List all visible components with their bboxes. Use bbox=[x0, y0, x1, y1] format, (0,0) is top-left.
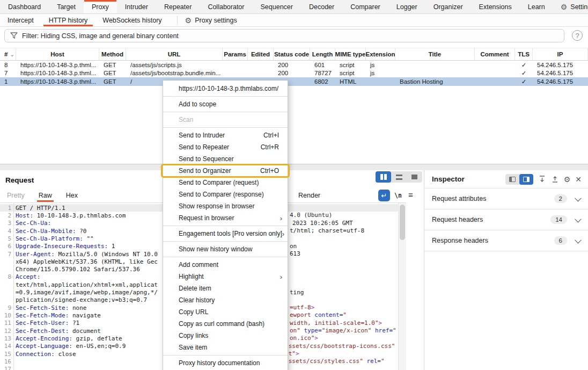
menu-item-label: Save item bbox=[179, 344, 207, 351]
column-header-mime-type[interactable]: MIME type bbox=[335, 48, 366, 60]
menu-item-send-to-intruder[interactable]: Send to IntruderCtrl+I bbox=[163, 129, 288, 141]
top-tab-sequencer[interactable]: Sequencer bbox=[252, 0, 300, 13]
menu-item-copy-as-curl-command-bash[interactable]: Copy as curl command (bash) bbox=[163, 318, 288, 330]
line-number: 9 bbox=[0, 304, 11, 311]
submenu-arrow-icon: › bbox=[280, 273, 282, 281]
request-tab-hex[interactable]: Hex bbox=[59, 189, 85, 202]
top-tab-organizer[interactable]: Organizer bbox=[425, 0, 471, 13]
help-icon[interactable]: ? bbox=[572, 30, 583, 41]
sub-tab-intercept[interactable]: Intercept bbox=[0, 14, 41, 26]
layout-single-button[interactable] bbox=[407, 171, 422, 183]
column-header-url[interactable]: URL bbox=[126, 48, 223, 60]
menu-item-send-to-organizer[interactable]: Send to OrganizerCtrl+O bbox=[163, 165, 288, 177]
inspector-section-response-headers[interactable]: Response headers6 bbox=[424, 230, 588, 251]
layout-columns-button[interactable] bbox=[376, 171, 391, 183]
menu-item-send-to-repeater[interactable]: Send to RepeaterCtrl+R bbox=[163, 141, 288, 153]
menu-item-show-response-in-browser[interactable]: Show response in browser bbox=[163, 200, 288, 212]
show-newlines-button[interactable]: \n bbox=[394, 192, 402, 199]
response-tab-render[interactable]: Render bbox=[291, 189, 327, 202]
top-tab-target[interactable]: Target bbox=[49, 0, 84, 13]
top-tab-collaborator[interactable]: Collaborator bbox=[200, 0, 252, 13]
menu-item-proxy-history-documentation[interactable]: Proxy history documentation bbox=[163, 357, 288, 369]
scrollbar-thumb[interactable] bbox=[400, 205, 405, 240]
column-header-title[interactable]: Title bbox=[395, 48, 475, 60]
column-header-params[interactable]: Params bbox=[223, 48, 248, 60]
column-header-comment[interactable]: Comment bbox=[475, 48, 515, 60]
column-header-ip[interactable]: IP bbox=[533, 48, 588, 60]
section-label: Response headers bbox=[432, 237, 488, 244]
sort-chevron-icon: ⌄ bbox=[10, 52, 14, 57]
gutter-divider bbox=[13, 203, 14, 370]
column-header-length[interactable]: Length bbox=[310, 48, 335, 60]
top-tab-comparer[interactable]: Comparer bbox=[342, 0, 388, 13]
horizontal-splitter[interactable] bbox=[0, 164, 588, 170]
editor-menu-icon[interactable]: ≡ bbox=[408, 190, 413, 199]
menu-item-save-item[interactable]: Save item bbox=[163, 342, 288, 353]
expand-all-icon[interactable] bbox=[538, 175, 546, 183]
menu-item-scan[interactable]: Scan bbox=[163, 114, 288, 126]
column-header-status-code[interactable]: Status code bbox=[274, 48, 310, 60]
top-tab-logger[interactable]: Logger bbox=[388, 0, 425, 13]
request-tab-raw[interactable]: Raw bbox=[32, 189, 59, 202]
line-number: 3 bbox=[0, 220, 11, 227]
word-wrap-button[interactable]: ↵ bbox=[378, 190, 390, 201]
top-tab-learn[interactable]: Learn bbox=[520, 0, 553, 13]
sub-tab-websockets-history[interactable]: WebSockets history bbox=[95, 14, 169, 26]
line-text: Accept-Language: en-US,en;q=0.9 bbox=[11, 343, 126, 350]
count-badge: 2 bbox=[554, 194, 567, 203]
line-text: User-Agent: Mozilla/5.0 (Windows NT 10.0 bbox=[11, 251, 158, 258]
top-tab-extensions[interactable]: Extensions bbox=[471, 0, 520, 13]
column-header-edited[interactable]: Edited bbox=[248, 48, 274, 60]
menu-separator bbox=[163, 355, 288, 356]
menu-item-highlight[interactable]: Highlight› bbox=[163, 271, 288, 282]
settings-button[interactable]: ⚙ Settings bbox=[553, 0, 588, 13]
menu-item-send-to-comparer-request[interactable]: Send to Comparer (request) bbox=[163, 177, 288, 188]
collapse-all-icon[interactable] bbox=[551, 175, 559, 183]
menu-item-engagement-tools-pro-version-only[interactable]: Engagement tools [Pro version only]› bbox=[163, 228, 288, 240]
inspector-settings-icon[interactable]: ⚙ bbox=[564, 176, 571, 183]
table-row[interactable]: 1https://10-10-148-3.p.thml...GET/6802HT… bbox=[0, 77, 588, 86]
top-tab-intruder[interactable]: Intruder bbox=[117, 0, 156, 13]
menu-item-delete-item[interactable]: Delete item bbox=[163, 282, 288, 294]
line-number: 11 bbox=[0, 320, 11, 327]
table-row[interactable]: 7https://10-10-148-3.p.thml...GET/assets… bbox=[0, 69, 588, 78]
layout-rows-button[interactable] bbox=[391, 171, 407, 183]
sub-tabs: InterceptHTTP historyWebSockets history bbox=[0, 14, 170, 26]
menu-item-copy-links[interactable]: Copy links bbox=[163, 330, 288, 342]
top-tab-decoder[interactable]: Decoder bbox=[301, 0, 342, 13]
cell-mime: script bbox=[335, 62, 366, 68]
line-number: 1 bbox=[0, 205, 11, 212]
column-header-[interactable]: #⌄ bbox=[0, 48, 16, 60]
inspector-dock-right-button[interactable] bbox=[519, 174, 533, 185]
menu-item-send-to-comparer-response[interactable]: Send to Comparer (response) bbox=[163, 188, 288, 200]
menu-item-add-comment[interactable]: Add comment bbox=[163, 259, 288, 271]
proxy-settings-button[interactable]: ⚙ Proxy settings bbox=[185, 14, 244, 26]
top-tab-dashboard[interactable]: Dashboard bbox=[0, 0, 49, 13]
menu-item-add-to-scope[interactable]: Add to scope bbox=[163, 98, 288, 110]
inspector-section-request-attributes[interactable]: Request attributes2 bbox=[424, 188, 588, 209]
menu-item-show-new-history-window[interactable]: Show new history window bbox=[163, 243, 288, 255]
menu-item-send-to-sequencer[interactable]: Send to Sequencer bbox=[163, 153, 288, 165]
top-tab-proxy[interactable]: Proxy bbox=[84, 0, 117, 13]
chevron-down-icon bbox=[575, 236, 582, 243]
sub-tab-http-history[interactable]: HTTP history bbox=[41, 14, 95, 26]
filter-bar[interactable]: Filter: Hiding CSS, image and general bi… bbox=[4, 29, 564, 42]
divider bbox=[177, 16, 178, 24]
column-header-extension[interactable]: Extension bbox=[366, 48, 395, 60]
column-header-host[interactable]: Host bbox=[16, 48, 99, 60]
menu-item-copy-url[interactable]: Copy URL bbox=[163, 306, 288, 318]
table-row[interactable]: 8https://10-10-148-3.p.thml...GET/assets… bbox=[0, 61, 588, 69]
inspector-dock-left-button[interactable] bbox=[505, 174, 519, 185]
menu-item-request-in-browser[interactable]: Request in browser› bbox=[163, 212, 288, 224]
inspector-section-request-headers[interactable]: Request headers14 bbox=[424, 209, 588, 230]
menu-item-label: Send to Comparer (request) bbox=[179, 179, 259, 186]
column-header-tls[interactable]: TLS bbox=[515, 48, 533, 60]
request-tab-pretty[interactable]: Pretty bbox=[0, 189, 32, 202]
menu-item-label: Send to Intruder bbox=[179, 132, 225, 139]
response-scrollbar[interactable] bbox=[398, 203, 406, 370]
response-fragment: t/html; charset=utf-8 bbox=[290, 227, 364, 234]
menu-item-clear-history[interactable]: Clear history bbox=[163, 294, 288, 306]
column-header-method[interactable]: Method bbox=[99, 48, 126, 60]
inspector-close-icon[interactable]: ✕ bbox=[575, 175, 582, 184]
top-tab-repeater[interactable]: Repeater bbox=[156, 0, 200, 13]
